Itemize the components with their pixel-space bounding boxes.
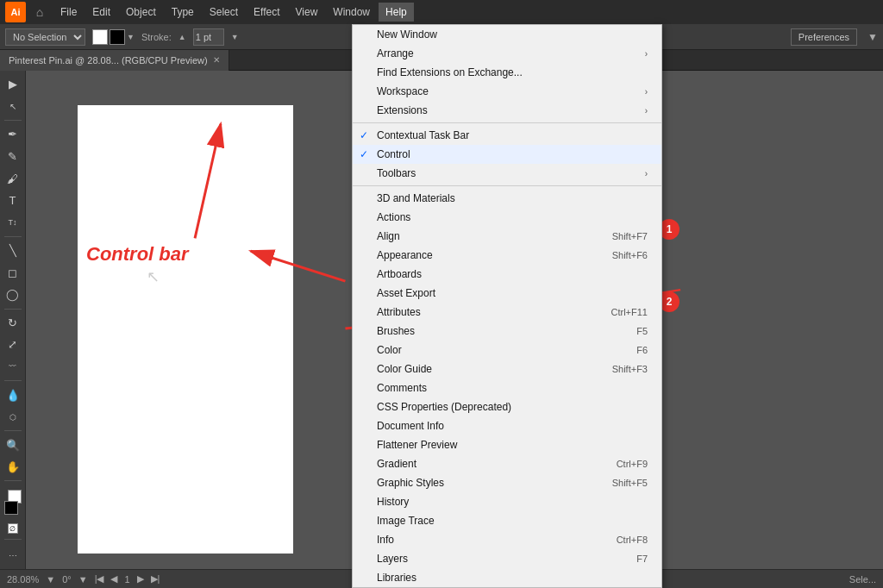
tool-hand[interactable]: ✋ xyxy=(3,457,23,478)
tool-line[interactable]: ╲ xyxy=(3,241,23,261)
menu-edit[interactable]: Edit xyxy=(85,3,117,22)
menu-item-label: Contextual Task Bar xyxy=(377,129,469,141)
menu-item-arrange[interactable]: Arrange › xyxy=(353,44,661,63)
preferences-button[interactable]: Preferences xyxy=(791,28,857,46)
menu-select[interactable]: Select xyxy=(203,3,245,22)
tool-eyedropper[interactable]: 💧 xyxy=(3,385,23,405)
canvas-paper xyxy=(78,105,293,554)
menu-item-color-guide[interactable]: Color Guide Shift+F3 xyxy=(353,360,661,378)
tool-pencil[interactable]: ✎ xyxy=(3,147,23,167)
rotation-dropdown-arrow: ▼ xyxy=(78,574,88,585)
app-logo: Ai xyxy=(5,2,26,22)
submenu-arrow-icon: › xyxy=(645,49,648,59)
tool-blend[interactable]: ⬡ xyxy=(3,407,23,428)
menu-effect[interactable]: Effect xyxy=(247,3,286,22)
selection-dropdown[interactable]: No Selection xyxy=(5,28,85,46)
menu-item-color[interactable]: Color F6 xyxy=(353,341,661,360)
page-prev-start[interactable]: |◀ xyxy=(95,573,104,585)
document-tab[interactable]: Pinterest Pin.ai @ 28.08... (RGB/CPU Pre… xyxy=(0,50,229,71)
menu-help[interactable]: Help xyxy=(379,3,414,22)
menu-bar: Ai ⌂ File Edit Object Type Select Effect… xyxy=(0,0,883,24)
tool-direct-select[interactable]: ↖ xyxy=(3,97,23,117)
menu-file[interactable]: File xyxy=(53,3,84,22)
menu-item-flattener-preview[interactable]: Flattener Preview xyxy=(353,435,661,454)
menu-item-label: Artboards xyxy=(377,268,422,280)
menu-item-label: Asset Export xyxy=(377,287,435,299)
menu-item-control[interactable]: Control xyxy=(353,145,661,164)
menu-item-brushes[interactable]: Brushes F5 xyxy=(353,322,661,341)
graphic-styles-shortcut: Shift+F5 xyxy=(612,478,648,488)
tool-separator-5 xyxy=(4,430,22,431)
tool-warp[interactable]: 〰 xyxy=(3,357,23,378)
none-fill[interactable]: ∅ xyxy=(8,523,18,534)
menu-item-label: CSS Properties (Deprecated) xyxy=(377,401,511,413)
tool-separator-6 xyxy=(4,480,22,481)
menu-type[interactable]: Type xyxy=(165,3,201,22)
menu-object[interactable]: Object xyxy=(119,3,163,22)
menu-item-attributes[interactable]: Attributes Ctrl+F11 xyxy=(353,303,661,322)
menu-item-css-properties[interactable]: CSS Properties (Deprecated) xyxy=(353,397,661,416)
submenu-arrow-toolbars: › xyxy=(645,169,648,178)
window-menu-dropdown[interactable]: New Window Arrange › Find Extensions on … xyxy=(352,24,662,588)
menu-item-info[interactable]: Info Ctrl+F8 xyxy=(353,530,661,549)
menu-item-artboards[interactable]: Artboards xyxy=(353,265,661,284)
page-next[interactable]: ▶ xyxy=(137,573,144,585)
submenu-arrow-workspace: › xyxy=(645,87,648,97)
tool-separator-2 xyxy=(4,236,22,237)
menu-item-label: Document Info xyxy=(377,420,444,432)
menu-window[interactable]: Window xyxy=(326,3,377,22)
menu-item-find-extensions[interactable]: Find Extensions on Exchange... xyxy=(353,63,661,82)
tool-art-history[interactable]: ⋯ xyxy=(3,545,23,566)
menu-item-toolbars[interactable]: Toolbars › xyxy=(353,164,661,183)
zoom-dropdown-arrow: ▼ xyxy=(46,574,55,585)
fill-stroke-swatches: ▼ xyxy=(92,29,135,45)
tool-scale[interactable]: ⤢ xyxy=(3,335,23,355)
menu-item-document-info[interactable]: Document Info xyxy=(353,416,661,435)
tool-rect[interactable]: ◻ xyxy=(3,262,23,283)
menu-item-image-trace[interactable]: Image Trace xyxy=(353,511,661,530)
tool-ellipse[interactable]: ◯ xyxy=(3,285,23,305)
tool-touch-type[interactable]: T↕ xyxy=(3,212,23,233)
zoom-display: 28.08% xyxy=(7,574,39,585)
menu-item-comments[interactable]: Comments xyxy=(353,378,661,397)
menu-item-label: Actions xyxy=(377,211,410,223)
tool-pen[interactable]: ✒ xyxy=(3,124,23,145)
home-icon[interactable]: ⌂ xyxy=(31,3,48,21)
control-bar-annotation-label: Control bar xyxy=(86,243,189,266)
stroke-swatch[interactable] xyxy=(110,29,125,45)
page-prev[interactable]: ◀ xyxy=(110,573,117,585)
menu-view[interactable]: View xyxy=(289,3,325,22)
toolbar-stroke[interactable] xyxy=(4,501,18,515)
menu-item-graphic-styles[interactable]: Graphic Styles Shift+F5 xyxy=(353,473,661,492)
stroke-dropdown-arrow: ▼ xyxy=(231,33,239,41)
menu-item-workspace[interactable]: Workspace › xyxy=(353,82,661,101)
fill-swatch[interactable] xyxy=(92,29,108,45)
gradient-shortcut: Ctrl+F9 xyxy=(617,459,648,469)
menu-item-align[interactable]: Align Shift+F7 xyxy=(353,227,661,246)
menu-item-asset-export[interactable]: Asset Export xyxy=(353,284,661,303)
menu-item-contextual-task-bar[interactable]: Contextual Task Bar xyxy=(353,126,661,145)
menu-item-gradient[interactable]: Gradient Ctrl+F9 xyxy=(353,454,661,473)
tool-brush[interactable]: 🖌 xyxy=(3,168,23,189)
menu-item-history[interactable]: History xyxy=(353,492,661,511)
tool-select[interactable]: ▶ xyxy=(3,74,23,95)
menu-item-label: Color Guide xyxy=(377,363,432,375)
menu-item-actions[interactable]: Actions xyxy=(353,208,661,227)
menu-item-new-window[interactable]: New Window xyxy=(353,25,661,44)
tool-separator-7 xyxy=(4,539,22,540)
tab-close-button[interactable]: ✕ xyxy=(213,55,220,65)
stroke-value-input[interactable] xyxy=(193,28,224,46)
left-toolbar: ▶ ↖ ✒ ✎ 🖌 T T↕ ╲ ◻ ◯ ↻ ⤢ 〰 💧 ⬡ 🔍 ✋ ∅ ⋯ xyxy=(0,71,26,569)
menu-item-extensions[interactable]: Extensions › xyxy=(353,101,661,120)
tool-type[interactable]: T xyxy=(3,191,23,211)
page-next-end[interactable]: ▶| xyxy=(151,573,160,585)
menu-item-libraries[interactable]: Libraries xyxy=(353,568,661,587)
menu-item-3d-materials[interactable]: 3D and Materials xyxy=(353,189,661,208)
swatch-arrow: ▼ xyxy=(127,33,135,41)
tool-zoom[interactable]: 🔍 xyxy=(3,435,23,455)
fill-options: ∅ xyxy=(8,523,18,534)
menu-item-appearance[interactable]: Appearance Shift+F6 xyxy=(353,246,661,265)
menu-item-layers[interactable]: Layers F7 xyxy=(353,549,661,568)
tool-rotate[interactable]: ↻ xyxy=(3,313,23,334)
brushes-shortcut: F5 xyxy=(636,326,648,336)
